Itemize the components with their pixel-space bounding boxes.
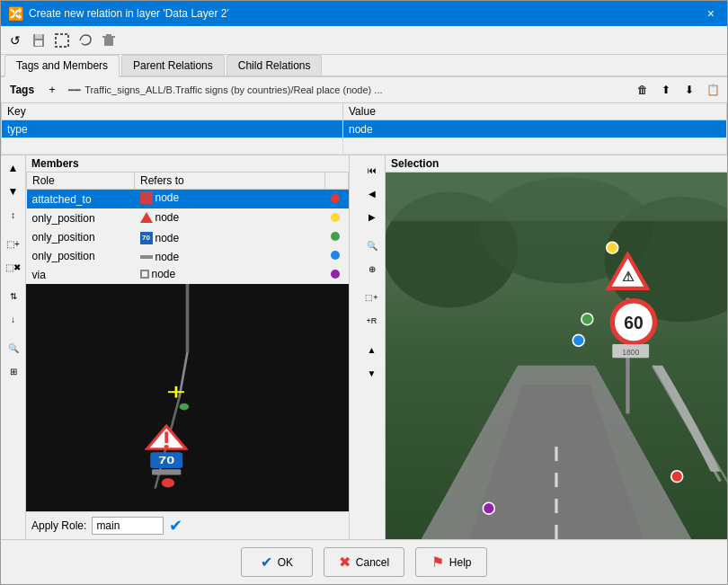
member-refers-2[interactable]: 70 node	[135, 228, 325, 247]
move-member-up-button[interactable]: ▲	[3, 157, 24, 179]
select-button[interactable]	[51, 30, 73, 51]
move-member-down-button[interactable]: ▼	[3, 181, 24, 202]
sel-add-button[interactable]: ⬚+	[361, 287, 383, 308]
members-section-header: Members	[26, 155, 349, 172]
delete-toolbar-button[interactable]	[98, 30, 120, 51]
ok-label: OK	[278, 556, 293, 569]
preset-path-text: Traffic_signs_ALL/B.Traffic signs (by co…	[84, 84, 382, 95]
tags-toolbar: Tags + ━━ Traffic_signs_ALL/B.Traffic si…	[1, 77, 727, 102]
member-role-3[interactable]: only_position	[27, 247, 135, 266]
help-button[interactable]: ⚑ Help	[415, 547, 487, 577]
svg-rect-1	[35, 34, 42, 39]
sel-zoom-button[interactable]: 🔍	[361, 235, 383, 256]
tab-parent-relations[interactable]: Parent Relations	[121, 55, 225, 75]
sel-next-button[interactable]: ▶	[361, 206, 383, 227]
map-svg: 70	[26, 284, 349, 511]
selection-content: Selection	[386, 155, 727, 539]
sel-prev-button[interactable]: ◀	[361, 182, 383, 204]
tags-section: Tags + ━━ Traffic_signs_ALL/B.Traffic si…	[1, 77, 727, 155]
undo-button[interactable]: ↺	[4, 30, 26, 51]
zoom-to-member-button[interactable]: 🔍	[3, 337, 24, 359]
content-area: Tags + ━━ Traffic_signs_ALL/B.Traffic si…	[1, 77, 727, 539]
member-icon-grid	[140, 191, 153, 204]
members-col-dot	[325, 173, 349, 190]
sort-members-button[interactable]: ⇅	[3, 285, 24, 306]
paste-tag-button[interactable]: 📋	[702, 79, 724, 101]
member-row-4[interactable]: via node	[27, 266, 349, 284]
role-input[interactable]	[92, 517, 164, 535]
toolbar: ↺	[1, 26, 727, 55]
member-row-2[interactable]: only_position 70 node	[27, 228, 349, 247]
add-tag-button[interactable]: +	[41, 79, 63, 101]
member-role-2[interactable]: only_position	[27, 228, 135, 247]
tag-value-node[interactable]: node	[343, 120, 727, 138]
title-bar: 🔀 Create new relation in layer 'Data Lay…	[1, 1, 727, 26]
add-member-button[interactable]: ⬚+	[3, 233, 24, 254]
sel-first-button[interactable]: ⏮	[361, 159, 383, 181]
reverse-member-button[interactable]: ↕	[3, 204, 24, 226]
delete-member-button[interactable]: ⬚✖	[3, 256, 24, 278]
photo-svg: ⚠ 60 1800	[386, 173, 727, 539]
member-role-1[interactable]: only_position	[27, 209, 135, 228]
svg-rect-6	[106, 34, 111, 36]
member-dot-1	[325, 209, 349, 228]
move-tag-up-button[interactable]: ⬆	[655, 79, 677, 101]
svg-point-20	[180, 403, 190, 411]
member-row-0[interactable]: attatched_to node	[27, 190, 349, 209]
svg-point-15	[164, 445, 168, 448]
member-refers-3[interactable]: node	[135, 247, 325, 266]
title-bar-left: 🔀 Create new relation in layer 'Data Lay…	[8, 6, 229, 21]
map-preview: 70	[26, 284, 349, 511]
member-refers-1[interactable]: node	[135, 209, 325, 228]
tag-value-empty[interactable]	[343, 138, 727, 155]
move-tag-down-button[interactable]: ⬇	[679, 79, 700, 101]
member-icon-70: 70	[140, 232, 153, 244]
save-button[interactable]	[28, 30, 49, 51]
member-row-3[interactable]: only_position node	[27, 247, 349, 266]
member-dot-3	[325, 247, 349, 266]
tab-child-relations[interactable]: Child Relations	[226, 55, 323, 75]
sel-zoom-all-button[interactable]: ⊕	[361, 258, 383, 279]
svg-point-39	[582, 314, 593, 325]
members-tools: ▲ ▼ ↕ ⬚+ ⬚✖ ⇅ ↓ 🔍 ⊞	[1, 155, 26, 539]
svg-rect-3	[56, 34, 68, 47]
svg-point-40	[573, 334, 584, 346]
tags-row-type[interactable]: type node	[2, 120, 727, 138]
photo-area: ⚠ 60 1800	[386, 173, 727, 539]
tab-tags-members[interactable]: Tags and Members	[4, 55, 120, 77]
member-role-4[interactable]: via	[27, 266, 135, 284]
member-row-1[interactable]: only_position node	[27, 209, 349, 228]
svg-point-38	[607, 242, 618, 253]
svg-text:70: 70	[158, 454, 174, 465]
svg-point-42	[483, 502, 494, 514]
tags-section-header: Tags	[4, 82, 40, 98]
svg-point-41	[671, 471, 683, 483]
delete-tag-button[interactable]: 🗑	[632, 79, 653, 101]
lasso-button[interactable]	[75, 30, 96, 51]
svg-point-19	[162, 478, 174, 487]
close-button[interactable]: ×	[702, 5, 720, 22]
svg-rect-18	[152, 469, 181, 474]
main-window: 🔀 Create new relation in layer 'Data Lay…	[0, 0, 728, 585]
tag-key-type[interactable]: type	[2, 120, 343, 138]
sel-add-role-button[interactable]: +R	[361, 310, 383, 332]
svg-rect-4	[104, 37, 113, 46]
member-refers-0[interactable]: node	[135, 190, 325, 209]
select-member-button[interactable]: ⊞	[3, 360, 24, 382]
member-role-0[interactable]: attatched_to	[27, 190, 135, 209]
download-members-button[interactable]: ↓	[3, 308, 24, 330]
tags-col-value: Value	[343, 103, 727, 120]
footer-buttons: ✔ OK ✖ Cancel ⚑ Help	[1, 539, 727, 584]
ok-icon: ✔	[261, 554, 272, 571]
selection-sidebar: ⏮ ◀ ▶ 🔍 ⊕ ⬚+ +R ▲ ▼	[359, 155, 386, 539]
cancel-button[interactable]: ✖ Cancel	[324, 547, 404, 577]
ok-button[interactable]: ✔ OK	[241, 547, 313, 577]
tags-row-empty[interactable]	[2, 138, 727, 155]
sel-move-up-button[interactable]: ▲	[361, 339, 383, 360]
sel-move-down-button[interactable]: ▼	[361, 362, 383, 384]
tabs-bar: Tags and Members Parent Relations Child …	[1, 55, 727, 77]
members-section: Members Role Refers to at	[26, 155, 350, 539]
apply-role-confirm-button[interactable]: ✔	[169, 516, 182, 536]
member-refers-4[interactable]: node	[135, 266, 325, 284]
tag-key-empty[interactable]	[2, 138, 343, 155]
